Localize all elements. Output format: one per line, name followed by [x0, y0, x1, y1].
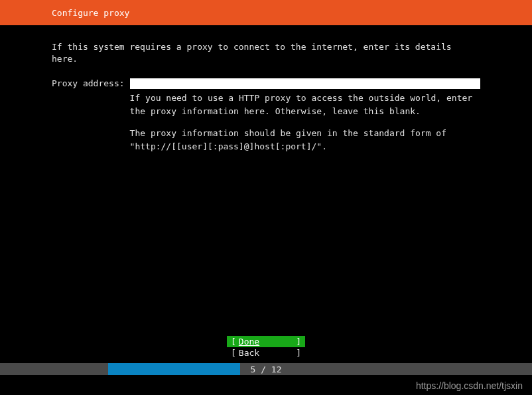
proxy-field-right: If you need to use a HTTP proxy to acces… [130, 78, 480, 162]
help-paragraph-2: The proxy information should be given in… [130, 127, 480, 153]
main-content: If this system requires a proxy to conne… [0, 25, 532, 162]
proxy-help-text: If you need to use a HTTP proxy to acces… [130, 92, 480, 153]
done-button[interactable]: [ Done ] [227, 336, 305, 347]
back-button[interactable]: [ Back ] [227, 347, 305, 358]
watermark-text: https://blog.csdn.net/tjsxin [416, 380, 523, 391]
button-group: [ Done ] [ Back ] [0, 336, 532, 358]
done-button-label: Done [236, 336, 296, 347]
help-paragraph-1: If you need to use a HTTP proxy to acces… [130, 92, 480, 118]
proxy-address-label: Proxy address: [52, 78, 125, 88]
proxy-address-row: Proxy address: If you need to use a HTTP… [52, 78, 480, 162]
bracket-right: ] [296, 336, 301, 347]
proxy-address-input[interactable] [130, 78, 480, 89]
bracket-left: [ [231, 347, 236, 358]
bracket-left: [ [231, 336, 236, 347]
progress-bar: 5 / 12 [0, 363, 532, 375]
instruction-text: If this system requires a proxy to conne… [52, 41, 480, 65]
progress-text: 5 / 12 [0, 364, 532, 374]
header-bar: Configure proxy [0, 0, 532, 25]
page-title: Configure proxy [52, 8, 129, 18]
bracket-right: ] [296, 347, 301, 358]
back-button-label: Back [236, 347, 296, 358]
